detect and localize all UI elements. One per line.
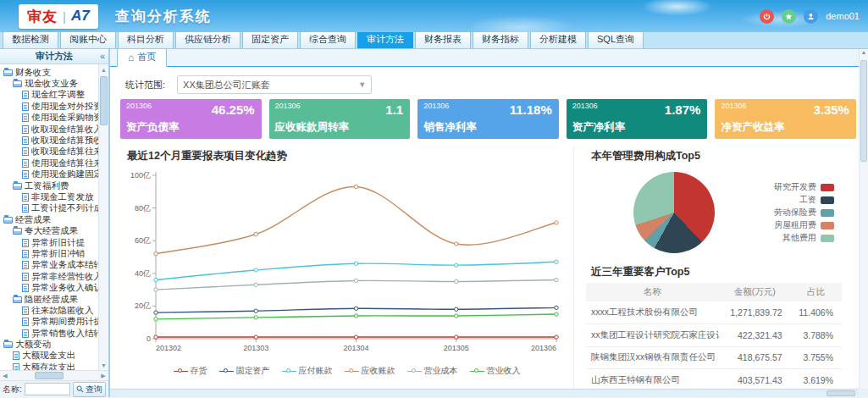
document-icon [22, 102, 29, 111]
tree-item[interactable]: 大额现金支出 [0, 351, 98, 362]
legend-label: 存货 [191, 365, 207, 377]
scope-value: XX集团总公司汇账套 [183, 79, 270, 91]
customer-name: xxxx工程技术股份有限公司 [586, 301, 719, 324]
search-button[interactable]: 查询 [73, 382, 106, 397]
pie-legend-item[interactable]: 工资 [774, 194, 834, 207]
document-icon [22, 113, 29, 122]
module-tab-9[interactable]: 财务指标 [473, 30, 528, 48]
folder-icon [13, 80, 22, 87]
logout-icon[interactable] [760, 9, 774, 24]
sidebar-horizontal-scrollbar[interactable]: ◀ ▶ [0, 370, 108, 380]
customer-share: 11.406% [791, 301, 842, 324]
scrollbar-thumb[interactable] [827, 390, 855, 396]
tree-item[interactable]: 夸大经营成果 [0, 225, 98, 236]
sidebar-title: 审计方法 [36, 50, 73, 63]
tree-item[interactable]: 往来款隐匿收入 [0, 305, 98, 316]
line-chart[interactable]: 020亿40亿60亿80亿100亿20130220130320130420130… [120, 165, 567, 362]
scrollbar-thumb[interactable] [35, 372, 64, 379]
tree-item[interactable]: 工资计提不列计成本 [0, 203, 98, 214]
line-marker-icon [470, 368, 484, 375]
scroll-down-icon[interactable]: ▼ [99, 360, 108, 370]
pie-legend-item[interactable]: 研究开发费 [774, 181, 834, 194]
tree-item[interactable]: 收取现金结算收入 [0, 124, 98, 135]
module-tab-5[interactable]: 固定资产 [242, 30, 298, 48]
module-tab-10[interactable]: 分析建模 [530, 30, 586, 48]
module-tab-4[interactable]: 供应链分析 [175, 30, 240, 48]
tree-item-label: 使用现金购建固定资产 [31, 169, 98, 180]
svg-text:100亿: 100亿 [130, 171, 151, 180]
kpi-value: 3.35% [813, 102, 849, 117]
table-header: 占比 [791, 283, 842, 301]
tree-item[interactable]: 现金收支业务 [0, 78, 98, 89]
legend-item[interactable]: 固定资产 [219, 365, 270, 377]
line-chart-title: 最近12个月重要报表项目变化趋势 [127, 149, 573, 163]
tree-item[interactable]: 异常业务收入确认 [0, 282, 98, 293]
pie-legend-item[interactable]: 房屋租用费 [774, 219, 834, 232]
legend-item[interactable]: 营业成本 [407, 365, 458, 377]
module-tab-11[interactable]: SQL查询 [588, 30, 644, 48]
tab-home[interactable]: ⌂ 首页 [117, 49, 167, 67]
tree-item[interactable]: 收取现金结算往来款 [0, 146, 98, 158]
scrollbar-thumb[interactable] [100, 76, 108, 125]
scrollbar-thumb[interactable] [860, 60, 867, 162]
svg-text:201302: 201302 [156, 344, 181, 352]
tree-item-label: 经营成果 [15, 214, 51, 226]
scroll-right-icon[interactable]: ▶ [98, 373, 108, 379]
pie-legend-item[interactable]: 劳动保险费 [774, 207, 834, 219]
main-horizontal-scrollbar[interactable] [110, 389, 859, 397]
module-tab-3[interactable]: 科目分析 [118, 30, 174, 48]
legend-item[interactable]: 存货 [174, 365, 207, 377]
customer-name: 陕钢集团汉xx钢铁有限责任公司 [586, 346, 719, 369]
module-tab-6[interactable]: 综合查询 [300, 30, 356, 48]
module-tab-2[interactable]: 阅账中心 [60, 30, 116, 48]
tree-item[interactable]: 异常折旧冲销 [0, 248, 98, 259]
tree-item[interactable]: 大额变动 [0, 339, 98, 350]
search-label: 名称: [3, 384, 22, 395]
module-tab-7[interactable]: 审计方法 [357, 30, 413, 48]
tree-item[interactable]: 使用现金结算往来款 [0, 158, 98, 169]
pie-chart[interactable] [633, 172, 715, 253]
folder-icon [3, 341, 13, 348]
kpi-label: 净资产收益率 [721, 120, 784, 135]
tree-item[interactable]: 财务收支 [0, 67, 98, 78]
table-row[interactable]: xxxx工程技术股份有限公司1,271,839.7211.406% [586, 301, 842, 324]
scroll-up-icon[interactable]: ▲ [860, 49, 868, 58]
tree-item[interactable]: 使用现金采购物资 [0, 113, 98, 124]
table-row[interactable]: 陕钢集团汉xx钢铁有限责任公司418,675.573.755% [586, 346, 842, 369]
scroll-up-icon[interactable]: ▲ [99, 64, 108, 75]
tree-item[interactable]: 异常折旧计提 [0, 237, 98, 248]
username-label[interactable]: demo01 [826, 11, 860, 21]
customer-amount: 418,675.57 [719, 346, 791, 369]
tree-item[interactable]: 使用现金购建固定资产 [0, 169, 98, 180]
customer-amount: 422,321.43 [719, 324, 791, 347]
tree-item[interactable]: 隐匿经营成果 [0, 294, 98, 305]
tree-item[interactable]: 使用现金对外投资 [0, 101, 98, 112]
pie-legend-item[interactable]: 其他费用 [774, 232, 834, 245]
user-icon[interactable] [804, 9, 818, 24]
tree-item[interactable]: 异常业务成本结转 [0, 260, 98, 271]
tree-item[interactable]: 异常销售收入结转 [0, 328, 98, 339]
tree-item[interactable]: 非现金工资发放 [0, 191, 98, 202]
legend-item[interactable]: 应收账款 [345, 365, 395, 377]
scope-dropdown[interactable]: XX集团总公司汇账套 ▼ [177, 75, 372, 94]
tree-item[interactable]: 异常非经营性收入 [0, 271, 98, 282]
table-row[interactable]: xx集团工程设计研究院石家庄设计院422,321.433.788% [586, 324, 842, 347]
main-vertical-scrollbar[interactable]: ▲ [859, 49, 868, 389]
sidebar-vertical-scrollbar[interactable]: ▲ ▼ [98, 64, 108, 370]
search-input[interactable] [25, 383, 70, 395]
svg-text:201305: 201305 [444, 344, 469, 352]
tree-item[interactable]: 现金红字调整 [0, 90, 98, 101]
tree-item[interactable]: 收取现金结算预收款 [0, 135, 98, 146]
module-tab-8[interactable]: 财务报表 [415, 30, 471, 48]
tree-item[interactable]: 经营成果 [0, 214, 98, 225]
tree-item[interactable]: 异常期间费用计提 [0, 317, 98, 328]
favorite-icon[interactable] [782, 9, 796, 24]
method-tree: 财务收支现金收支业务现金红字调整使用现金对外投资使用现金采购物资收取现金结算收入… [0, 64, 98, 370]
legend-item[interactable]: 营业收入 [470, 365, 521, 377]
module-tab-1[interactable]: 数据检测 [3, 30, 58, 48]
tree-item[interactable]: 工资福利费 [0, 180, 98, 191]
legend-item[interactable]: 应付账款 [282, 365, 333, 377]
sidebar-collapse-icon[interactable]: « [100, 52, 105, 61]
tree-item[interactable]: 大额存款支出 [0, 362, 98, 370]
scroll-left-icon[interactable]: ◀ [0, 373, 10, 379]
